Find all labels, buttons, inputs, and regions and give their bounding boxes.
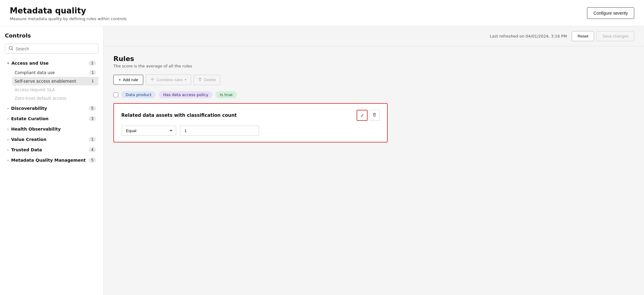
condition-select[interactable]: Equal Not equal Greater than Less than G… <box>121 126 176 136</box>
nav-group-metadata-quality: › Metadata Quality Management 5 <box>5 156 98 165</box>
nav-group-label: Discoverability <box>11 106 47 111</box>
rule-card-controls: Equal Not equal Greater than Less than G… <box>121 126 380 136</box>
rule-card: Related data assets with classification … <box>113 103 388 142</box>
page-title: Metadata quality <box>10 6 127 15</box>
delete-button[interactable]: Delete <box>194 75 220 85</box>
nav-group-label: Trusted Data <box>11 147 42 152</box>
rules-actions: + Add rule Combine rules ▾ <box>113 74 634 85</box>
rule-card-title: Related data assets with classification … <box>121 113 237 118</box>
nav-group-estate-curation-header[interactable]: › Estate Curation 3 <box>5 114 98 123</box>
sidebar-item-label: Self-serve access enablement <box>15 79 76 84</box>
search-box <box>5 44 98 54</box>
body-layout: Controls ▾ Access and Use <box>0 26 644 295</box>
confirm-rule-button[interactable]: ✓ <box>357 110 368 121</box>
nav-group-discoverability-header[interactable]: › Discoverability 5 <box>5 104 98 113</box>
rules-title: Rules <box>113 55 634 63</box>
nav-group-badge: 4 <box>89 147 96 152</box>
rules-subtitle: The score is the average of all the rule… <box>113 64 634 68</box>
nav-group-label: Health Observability <box>11 127 61 131</box>
rule-row: Data product Has data access policy Is t… <box>113 91 634 98</box>
header: Metadata quality Measure metadata qualit… <box>0 0 644 26</box>
chevron-right-icon: › <box>7 148 9 152</box>
sidebar-title: Controls <box>5 32 98 39</box>
configure-severity-button[interactable]: Configure severity <box>587 7 634 19</box>
nav-group-metadata-quality-header[interactable]: › Metadata Quality Management 5 <box>5 156 98 165</box>
chevron-down-icon: ▾ <box>7 61 9 65</box>
delete-label: Delete <box>204 77 216 82</box>
chevron-right-icon: › <box>7 127 9 131</box>
header-left: Metadata quality Measure metadata qualit… <box>10 6 127 21</box>
sidebar-item-badge: 1 <box>89 70 96 75</box>
page-subtitle: Measure metadata quality by defining rul… <box>10 16 127 21</box>
nav-group-health-observability-header[interactable]: › Health Observability <box>5 124 98 134</box>
sidebar-item-label: Access request SLA <box>15 87 55 92</box>
rules-section: Rules The score is the average of all th… <box>104 46 644 151</box>
header-right: Configure severity <box>587 7 634 19</box>
search-icon <box>9 46 13 51</box>
chevron-right-icon: › <box>7 138 9 142</box>
chevron-right-icon: › <box>7 106 9 110</box>
rule-card-actions: ✓ <box>357 110 380 121</box>
sidebar-item-label: Zero-trust default access <box>15 96 66 101</box>
chevron-right-icon: › <box>7 117 9 121</box>
nav-group-estate-curation: › Estate Curation 3 <box>5 114 98 123</box>
nav-group-label: Value Creation <box>11 137 47 142</box>
delete-rule-button[interactable] <box>369 110 380 121</box>
combine-icon <box>150 77 155 82</box>
nav-group-trusted-data: › Trusted Data 4 <box>5 145 98 154</box>
main-content: Last refreshed on 04/01/2024, 3:16 PM Re… <box>104 26 644 295</box>
nav-group-value-creation-header[interactable]: › Value Creation 1 <box>5 135 98 144</box>
condition-value-input[interactable] <box>180 126 259 136</box>
rule-checkbox[interactable] <box>113 92 118 97</box>
nav-group-badge: 1 <box>89 137 96 142</box>
reset-button[interactable]: Reset <box>572 31 594 41</box>
sidebar-item-self-serve[interactable]: Self-serve access enablement 1 <box>12 77 98 85</box>
nav-group-value-creation: › Value Creation 1 <box>5 135 98 144</box>
add-rule-button[interactable]: + Add rule <box>113 75 143 85</box>
nav-group-label: Access and Use <box>12 61 49 66</box>
search-input[interactable] <box>16 46 94 51</box>
sidebar-item-compliant-data-use[interactable]: Compliant data use 1 <box>12 68 98 77</box>
plus-icon: + <box>119 77 121 82</box>
trash-icon <box>198 77 202 82</box>
nav-group-health-observability: › Health Observability <box>5 124 98 134</box>
add-rule-label: Add rule <box>123 77 138 82</box>
sidebar: Controls ▾ Access and Use <box>0 26 104 295</box>
last-refreshed-text: Last refreshed on 04/01/2024, 3:16 PM <box>490 34 567 38</box>
nav-group-badge: 5 <box>89 158 96 163</box>
tag-has-data-access-policy: Has data access policy <box>159 91 212 98</box>
sidebar-item-badge: 1 <box>89 79 96 84</box>
svg-line-1 <box>12 49 13 50</box>
sidebar-item-access-request-sla: Access request SLA <box>12 85 98 94</box>
check-icon: ✓ <box>360 113 364 118</box>
combine-rules-button[interactable]: Combine rules ▾ <box>146 74 191 85</box>
nav-group-badge: 2 <box>89 61 96 66</box>
sidebar-item-label: Compliant data use <box>15 70 55 75</box>
nav-group-label: Metadata Quality Management <box>11 158 86 163</box>
rule-card-header: Related data assets with classification … <box>121 110 380 121</box>
main-toolbar: Last refreshed on 04/01/2024, 3:16 PM Re… <box>104 26 644 46</box>
nav-group-trusted-data-header[interactable]: › Trusted Data 4 <box>5 145 98 154</box>
tag-is-true: Is true <box>215 91 237 98</box>
nav-group-access-use: ▾ Access and Use 2 Compliant data use 1 … <box>5 59 98 103</box>
tag-data-product: Data product <box>121 91 156 98</box>
chevron-down-icon: ▾ <box>185 78 187 82</box>
nav-sub-items-access-use: Compliant data use 1 Self-serve access e… <box>12 68 98 103</box>
trash-icon <box>372 113 377 118</box>
nav-group-discoverability: › Discoverability 5 <box>5 104 98 113</box>
nav-group-label: Estate Curation <box>11 116 49 121</box>
nav-group-badge: 3 <box>89 116 96 121</box>
nav-group-badge: 5 <box>89 106 96 111</box>
nav-group-access-use-header[interactable]: ▾ Access and Use 2 <box>5 59 98 68</box>
combine-rules-label: Combine rules <box>156 77 183 82</box>
save-changes-button[interactable]: Save changes <box>596 31 634 41</box>
chevron-right-icon: › <box>7 158 9 162</box>
sidebar-item-zero-trust: Zero-trust default access <box>12 94 98 103</box>
